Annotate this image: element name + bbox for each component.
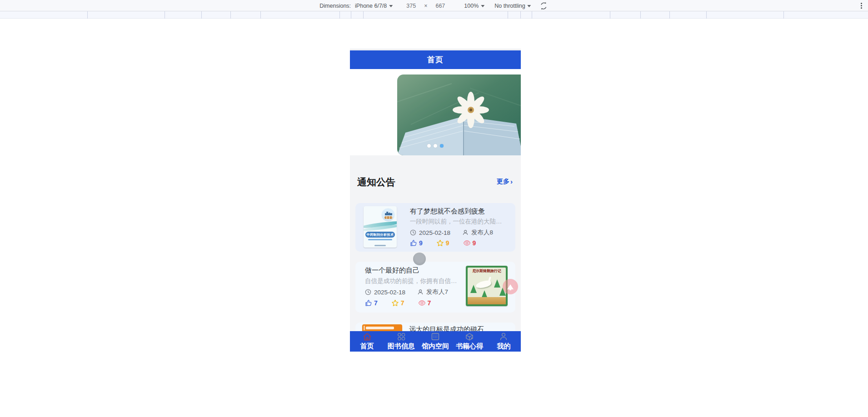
section-title: 通知公告	[357, 176, 395, 189]
tab-book-thoughts[interactable]: 书籍心得	[453, 331, 487, 352]
media-query-bar[interactable]	[0, 11, 868, 19]
touch-pointer-indicator	[413, 253, 426, 265]
person-icon	[462, 229, 469, 236]
tab-label: 馆内空间	[422, 342, 449, 351]
book-flower-image	[397, 74, 521, 155]
cover-badge	[381, 208, 395, 222]
notice-section-header: 通知公告 更多 ›	[350, 175, 521, 189]
viewport-width-field[interactable]: 375	[406, 3, 416, 9]
tab-label: 我的	[497, 342, 510, 351]
eye-icon	[418, 300, 426, 306]
chevron-down-icon	[528, 5, 531, 7]
mobile-app-viewport: 首页	[350, 49, 521, 352]
back-to-top-button[interactable]	[503, 279, 518, 294]
thumbs-up-icon[interactable]	[410, 239, 417, 247]
tab-label: 首页	[360, 342, 374, 351]
tab-label: 书籍心得	[456, 342, 483, 351]
carousel-slide-image[interactable]	[397, 74, 521, 155]
page-title: 首页	[427, 55, 444, 65]
rotate-icon	[539, 1, 549, 10]
zoom-value: 100%	[464, 3, 479, 9]
person-icon	[417, 289, 424, 295]
book-cover-thumbnail: 中药制剂分析技术	[364, 206, 397, 248]
tab-label: 图书信息	[388, 342, 415, 351]
more-label: 更多	[497, 178, 509, 186]
like-count: 9	[419, 239, 423, 247]
user-icon	[499, 332, 509, 341]
cover-title: 尼尔斯骑鹅旅行记	[468, 268, 506, 273]
tab-home[interactable]: 首页	[350, 331, 384, 352]
book-cover-thumbnail: 尼尔斯骑鹅旅行记	[466, 266, 508, 306]
notice-publisher: 发布人7	[426, 288, 448, 296]
device-selector[interactable]: Dimensions: iPhone 6/7/8	[319, 3, 393, 9]
rotate-device-button[interactable]	[539, 1, 549, 10]
view-count: 7	[428, 299, 431, 307]
star-count: 7	[401, 299, 404, 307]
view-count: 9	[473, 239, 476, 247]
tab-mine[interactable]: 我的	[487, 331, 521, 352]
chevron-down-icon	[481, 5, 484, 7]
clock-icon	[410, 229, 416, 236]
notice-title[interactable]: 有了梦想就不会感到疲惫	[410, 207, 502, 216]
device-name: iPhone 6/7/8	[355, 3, 387, 9]
more-options-button[interactable]	[858, 2, 865, 10]
banner-carousel[interactable]	[350, 69, 521, 155]
carousel-dot[interactable]	[427, 144, 431, 148]
home-icon	[362, 332, 372, 341]
thumbs-up-icon[interactable]	[365, 299, 372, 307]
app-header: 首页	[350, 50, 521, 69]
apps-icon	[396, 332, 406, 341]
star-count: 9	[446, 239, 449, 247]
dimensions-label: Dimensions:	[319, 3, 351, 9]
viewport-height-field[interactable]: 667	[435, 3, 445, 9]
eye-icon	[463, 240, 471, 246]
tab-book-info[interactable]: 图书信息	[384, 331, 418, 352]
notice-item-2[interactable]: 做一个最好的自己 自信是成功的前提，你拥有自信… 2025-02-18 发布人7	[355, 262, 515, 313]
multiply-icon: ×	[424, 3, 427, 9]
carousel-dot[interactable]	[434, 144, 437, 148]
zoom-selector[interactable]: 100%	[464, 3, 484, 9]
clock-icon	[365, 289, 371, 295]
carousel-dots[interactable]	[350, 144, 521, 148]
carousel-dot-active[interactable]	[440, 144, 444, 148]
more-link[interactable]: 更多 ›	[497, 178, 513, 186]
notice-date: 2025-02-18	[374, 289, 405, 296]
news-icon	[430, 332, 440, 341]
cube-icon	[464, 332, 474, 341]
throttling-selector[interactable]: No throttling	[494, 3, 531, 9]
notice-excerpt: 一段时间以前，一位在港的大陆…	[410, 218, 502, 226]
viewport-stage: 首页	[0, 19, 868, 417]
star-icon[interactable]	[391, 299, 399, 307]
throttling-value: No throttling	[494, 3, 525, 9]
notice-publisher: 发布人8	[471, 228, 493, 237]
notice-date: 2025-02-18	[419, 229, 450, 236]
notice-excerpt: 自信是成功的前提，你拥有自信…	[365, 277, 457, 285]
device-toolbar: Dimensions: iPhone 6/7/8 375 × 667 100% …	[0, 0, 868, 11]
like-count: 7	[374, 299, 378, 307]
notice-item-1[interactable]: 中药制剂分析技术 有了梦想就不会感到疲惫 一段时间以前，一位在港的大陆… 202…	[355, 203, 515, 252]
notice-title[interactable]: 做一个最好的自己	[365, 266, 457, 275]
bottom-tab-bar: 首页 图书信息 馆内空间	[350, 331, 521, 352]
star-icon[interactable]	[436, 239, 444, 247]
tab-library-space[interactable]: 馆内空间	[418, 331, 452, 352]
chevron-right-icon: ›	[510, 178, 513, 185]
chevron-down-icon	[389, 5, 393, 7]
cover-title: 中药制剂分析技术	[365, 232, 395, 238]
